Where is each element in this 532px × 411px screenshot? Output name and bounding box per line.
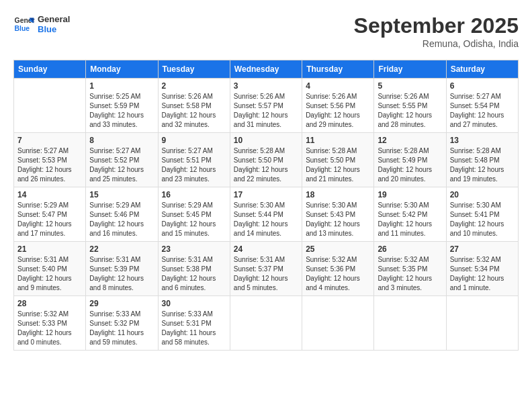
day-number: 25: [306, 244, 370, 254]
day-info: Sunrise: 5:32 AM Sunset: 5:34 PM Dayligh…: [450, 255, 515, 293]
day-number: 14: [17, 190, 82, 199]
day-number: 28: [17, 299, 82, 308]
calendar-cell: 14Sunrise: 5:29 AM Sunset: 5:47 PM Dayli…: [14, 187, 86, 242]
day-number: 6: [450, 81, 515, 91]
day-number: 29: [89, 299, 154, 308]
calendar-cell: 15Sunrise: 5:29 AM Sunset: 5:46 PM Dayli…: [86, 187, 158, 242]
day-info: Sunrise: 5:29 AM Sunset: 5:47 PM Dayligh…: [17, 201, 82, 238]
day-number: 30: [162, 299, 226, 308]
day-info: Sunrise: 5:28 AM Sunset: 5:50 PM Dayligh…: [306, 146, 370, 184]
calendar-cell: 18Sunrise: 5:30 AM Sunset: 5:43 PM Dayli…: [302, 187, 374, 242]
day-number: 27: [450, 244, 515, 254]
day-number: 26: [378, 244, 442, 254]
day-number: 24: [234, 244, 298, 254]
calendar-cell: 2Sunrise: 5:26 AM Sunset: 5:58 PM Daylig…: [158, 79, 230, 133]
day-number: 15: [89, 190, 154, 199]
day-info: Sunrise: 5:31 AM Sunset: 5:39 PM Dayligh…: [89, 255, 154, 293]
calendar-cell: 7Sunrise: 5:27 AM Sunset: 5:53 PM Daylig…: [14, 133, 86, 187]
week-row-5: 28Sunrise: 5:32 AM Sunset: 5:33 PM Dayli…: [14, 296, 519, 351]
location: Remuna, Odisha, India: [354, 38, 519, 49]
day-info: Sunrise: 5:26 AM Sunset: 5:57 PM Dayligh…: [234, 92, 298, 130]
calendar-cell: [230, 296, 302, 351]
day-number: 11: [306, 136, 370, 145]
calendar-cell: 22Sunrise: 5:31 AM Sunset: 5:39 PM Dayli…: [86, 242, 158, 296]
day-number: 21: [17, 244, 82, 254]
calendar-cell: 20Sunrise: 5:30 AM Sunset: 5:41 PM Dayli…: [446, 187, 518, 242]
day-info: Sunrise: 5:31 AM Sunset: 5:40 PM Dayligh…: [17, 255, 82, 293]
header-sunday: Sunday: [14, 60, 86, 79]
calendar-table: SundayMondayTuesdayWednesdayThursdayFrid…: [13, 60, 519, 351]
calendar-header-row: SundayMondayTuesdayWednesdayThursdayFrid…: [14, 60, 519, 79]
header-thursday: Thursday: [302, 60, 374, 79]
day-number: 3: [234, 81, 298, 91]
day-info: Sunrise: 5:27 AM Sunset: 5:54 PM Dayligh…: [450, 92, 515, 130]
day-info: Sunrise: 5:26 AM Sunset: 5:55 PM Dayligh…: [378, 92, 442, 130]
day-info: Sunrise: 5:26 AM Sunset: 5:56 PM Dayligh…: [306, 92, 370, 130]
day-info: Sunrise: 5:26 AM Sunset: 5:58 PM Dayligh…: [162, 92, 226, 130]
day-info: Sunrise: 5:29 AM Sunset: 5:46 PM Dayligh…: [89, 201, 154, 238]
calendar-cell: 29Sunrise: 5:33 AM Sunset: 5:32 PM Dayli…: [86, 296, 158, 351]
day-number: 18: [306, 190, 370, 199]
day-number: 10: [234, 136, 298, 145]
day-info: Sunrise: 5:30 AM Sunset: 5:43 PM Dayligh…: [306, 201, 370, 238]
day-number: 20: [450, 190, 515, 199]
day-info: Sunrise: 5:28 AM Sunset: 5:50 PM Dayligh…: [234, 146, 298, 184]
day-number: 12: [378, 136, 442, 145]
calendar-cell: 26Sunrise: 5:32 AM Sunset: 5:35 PM Dayli…: [374, 242, 446, 296]
day-info: Sunrise: 5:27 AM Sunset: 5:51 PM Dayligh…: [162, 146, 226, 184]
day-info: Sunrise: 5:28 AM Sunset: 5:49 PM Dayligh…: [378, 146, 442, 184]
header-wednesday: Wednesday: [230, 60, 302, 79]
calendar-cell: 17Sunrise: 5:30 AM Sunset: 5:44 PM Dayli…: [230, 187, 302, 242]
calendar-cell: 24Sunrise: 5:31 AM Sunset: 5:37 PM Dayli…: [230, 242, 302, 296]
calendar-cell: 28Sunrise: 5:32 AM Sunset: 5:33 PM Dayli…: [14, 296, 86, 351]
logo-icon: General Blue: [13, 13, 35, 35]
calendar-cell: 6Sunrise: 5:27 AM Sunset: 5:54 PM Daylig…: [446, 79, 518, 133]
calendar-cell: 9Sunrise: 5:27 AM Sunset: 5:51 PM Daylig…: [158, 133, 230, 187]
week-row-2: 7Sunrise: 5:27 AM Sunset: 5:53 PM Daylig…: [14, 133, 519, 187]
calendar-cell: 12Sunrise: 5:28 AM Sunset: 5:49 PM Dayli…: [374, 133, 446, 187]
day-number: 5: [378, 81, 442, 91]
day-number: 1: [89, 81, 154, 91]
day-number: 8: [89, 136, 154, 145]
calendar-cell: 30Sunrise: 5:33 AM Sunset: 5:31 PM Dayli…: [158, 296, 230, 351]
day-info: Sunrise: 5:32 AM Sunset: 5:33 PM Dayligh…: [17, 310, 82, 347]
day-info: Sunrise: 5:30 AM Sunset: 5:41 PM Dayligh…: [450, 201, 515, 238]
day-info: Sunrise: 5:32 AM Sunset: 5:35 PM Dayligh…: [378, 255, 442, 293]
header-friday: Friday: [374, 60, 446, 79]
calendar-cell: [374, 296, 446, 351]
day-number: 7: [17, 136, 82, 145]
header-tuesday: Tuesday: [158, 60, 230, 79]
day-number: 23: [162, 244, 226, 254]
calendar-cell: 27Sunrise: 5:32 AM Sunset: 5:34 PM Dayli…: [446, 242, 518, 296]
calendar-cell: 10Sunrise: 5:28 AM Sunset: 5:50 PM Dayli…: [230, 133, 302, 187]
week-row-1: 1Sunrise: 5:25 AM Sunset: 5:59 PM Daylig…: [14, 79, 519, 133]
calendar-cell: 4Sunrise: 5:26 AM Sunset: 5:56 PM Daylig…: [302, 79, 374, 133]
day-info: Sunrise: 5:30 AM Sunset: 5:42 PM Dayligh…: [378, 201, 442, 238]
day-info: Sunrise: 5:30 AM Sunset: 5:44 PM Dayligh…: [234, 201, 298, 238]
day-info: Sunrise: 5:32 AM Sunset: 5:36 PM Dayligh…: [306, 255, 370, 293]
calendar-cell: 11Sunrise: 5:28 AM Sunset: 5:50 PM Dayli…: [302, 133, 374, 187]
calendar-cell: 21Sunrise: 5:31 AM Sunset: 5:40 PM Dayli…: [14, 242, 86, 296]
calendar-cell: 23Sunrise: 5:31 AM Sunset: 5:38 PM Dayli…: [158, 242, 230, 296]
day-number: 13: [450, 136, 515, 145]
day-number: 22: [89, 244, 154, 254]
calendar-cell: 8Sunrise: 5:27 AM Sunset: 5:52 PM Daylig…: [86, 133, 158, 187]
title-block: September 2025 Remuna, Odisha, India: [354, 13, 519, 49]
calendar-cell: 19Sunrise: 5:30 AM Sunset: 5:42 PM Dayli…: [374, 187, 446, 242]
day-number: 2: [162, 81, 226, 91]
calendar-cell: 25Sunrise: 5:32 AM Sunset: 5:36 PM Dayli…: [302, 242, 374, 296]
calendar-cell: 1Sunrise: 5:25 AM Sunset: 5:59 PM Daylig…: [86, 79, 158, 133]
day-number: 9: [162, 136, 226, 145]
calendar-cell: 13Sunrise: 5:28 AM Sunset: 5:48 PM Dayli…: [446, 133, 518, 187]
day-info: Sunrise: 5:33 AM Sunset: 5:31 PM Dayligh…: [162, 310, 226, 347]
page-header: General Blue General Blue September 2025…: [13, 13, 519, 49]
day-number: 19: [378, 190, 442, 199]
svg-text:Blue: Blue: [15, 25, 30, 32]
day-number: 4: [306, 81, 370, 91]
calendar-cell: [14, 79, 86, 133]
calendar-cell: 3Sunrise: 5:26 AM Sunset: 5:57 PM Daylig…: [230, 79, 302, 133]
day-info: Sunrise: 5:33 AM Sunset: 5:32 PM Dayligh…: [89, 310, 154, 347]
day-number: 17: [234, 190, 298, 199]
month-title: September 2025: [354, 13, 519, 38]
week-row-4: 21Sunrise: 5:31 AM Sunset: 5:40 PM Dayli…: [14, 242, 519, 296]
